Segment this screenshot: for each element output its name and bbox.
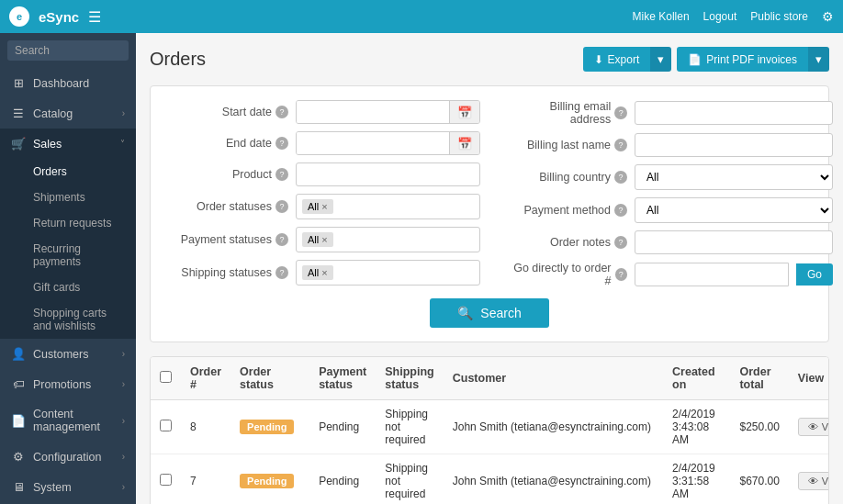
sidebar-label-dashboard: Dashboard: [33, 77, 89, 90]
top-nav-right: Mike Kollen Logout Public store ⚙: [633, 9, 834, 24]
return-requests-label: Return requests: [33, 217, 111, 230]
col-payment-status: Payment status: [309, 357, 376, 400]
sidebar-item-content[interactable]: 📄 Content management ›: [0, 399, 136, 442]
billing-last-name-input[interactable]: [635, 133, 833, 157]
view-button[interactable]: 👁 View: [798, 418, 829, 436]
start-date-input[interactable]: [297, 101, 449, 123]
end-date-help-icon: ?: [275, 137, 288, 150]
row-order-status: Pending: [230, 454, 309, 505]
start-date-label: Start date ?: [169, 106, 288, 118]
order-status-badge: Pending: [240, 474, 294, 488]
end-date-row: End date ? 📅: [169, 131, 480, 155]
payment-statuses-tag-remove[interactable]: ×: [321, 234, 327, 245]
public-store-link[interactable]: Public store: [750, 10, 808, 23]
row-order-total: $670.00: [730, 454, 788, 505]
shipping-statuses-tag-remove[interactable]: ×: [321, 267, 327, 278]
export-dropdown-button[interactable]: ▾: [650, 47, 671, 72]
payment-statuses-tag: All ×: [302, 232, 333, 247]
sidebar-item-recurring-payments[interactable]: Recurring payments: [0, 236, 136, 274]
order-statuses-help-icon: ?: [275, 200, 288, 213]
billing-country-select[interactable]: All: [635, 164, 833, 190]
col-checkbox: [151, 357, 181, 400]
sidebar-item-configuration[interactable]: ⚙ Configuration ›: [0, 442, 136, 472]
print-button[interactable]: 📄 Print PDF invoices: [677, 47, 808, 72]
sidebar-label-catalog: Catalog: [33, 107, 73, 120]
payment-method-select[interactable]: All: [635, 197, 833, 223]
view-button[interactable]: 👁 View: [798, 472, 829, 490]
sidebar-item-customers[interactable]: 👤 Customers ›: [0, 339, 136, 369]
row-checkbox[interactable]: [160, 474, 172, 486]
shipping-statuses-input[interactable]: All ×: [296, 260, 480, 286]
sidebar-label-promotions: Promotions: [33, 378, 91, 391]
search-button[interactable]: 🔍 Search: [430, 298, 548, 328]
billing-country-help-icon: ?: [614, 171, 627, 184]
select-all-checkbox[interactable]: [160, 371, 172, 383]
logout-link[interactable]: Logout: [703, 10, 737, 23]
billing-email-row: Billing email address ?: [508, 100, 833, 126]
end-date-calendar-button[interactable]: 📅: [449, 132, 479, 154]
sidebar-item-system[interactable]: 🖥 System ›: [0, 472, 136, 502]
payment-method-help-icon: ?: [614, 204, 627, 217]
go-directly-input[interactable]: [635, 263, 789, 286]
billing-last-name-row: Billing last name ?: [508, 133, 833, 157]
col-order-total: Order total: [730, 357, 788, 400]
start-date-help-icon: ?: [275, 106, 288, 118]
settings-icon[interactable]: ⚙: [822, 9, 834, 24]
print-dropdown-button[interactable]: ▾: [808, 47, 829, 72]
shipments-label: Shipments: [33, 191, 85, 204]
sidebar-item-dashboard[interactable]: ⊞ Dashboard: [0, 68, 136, 98]
sidebar-label-customers: Customers: [33, 348, 88, 361]
order-notes-input[interactable]: [635, 230, 833, 254]
sidebar-item-return-requests[interactable]: Return requests: [0, 210, 136, 236]
sidebar-item-gift-cards[interactable]: Gift cards: [0, 274, 136, 300]
app-logo-icon: e: [9, 6, 29, 27]
sidebar-label-content: Content management: [33, 408, 122, 433]
top-nav-left: e eSync ☰: [9, 6, 101, 27]
go-directly-help-icon: ?: [615, 268, 628, 281]
payment-statuses-input[interactable]: All ×: [296, 227, 480, 252]
export-button[interactable]: ⬇ Export: [583, 47, 651, 72]
product-input[interactable]: [296, 162, 480, 186]
sidebar-item-promotions[interactable]: 🏷 Promotions ›: [0, 369, 136, 399]
sidebar-item-catalog[interactable]: ☰ Catalog ›: [0, 98, 136, 129]
go-button[interactable]: Go: [796, 263, 833, 286]
sidebar-item-orders[interactable]: Orders: [0, 159, 136, 185]
order-notes-row: Order notes ?: [508, 230, 833, 254]
row-checkbox-cell: [151, 454, 181, 505]
order-statuses-input[interactable]: All ×: [296, 194, 480, 219]
filter-right: Billing email address ? Billing last nam…: [508, 100, 833, 287]
customers-icon: 👤: [11, 347, 26, 361]
order-statuses-tag-remove[interactable]: ×: [321, 201, 327, 212]
row-payment-status: Pending: [309, 454, 376, 505]
row-created-on: 2/4/2019 3:43:08 AM: [663, 400, 730, 454]
payment-statuses-row: Payment statuses ? All ×: [169, 227, 480, 252]
content-icon: 📄: [11, 414, 26, 428]
sidebar-search-input[interactable]: [7, 40, 129, 61]
shipping-statuses-label: Shipping statuses ?: [169, 266, 288, 279]
product-help-icon: ?: [275, 168, 288, 181]
page-title: Orders: [150, 49, 206, 70]
start-date-calendar-button[interactable]: 📅: [449, 101, 479, 123]
sidebar-item-shipments[interactable]: Shipments: [0, 185, 136, 210]
sidebar-item-sales[interactable]: 🛒 Sales ˅: [0, 129, 136, 159]
row-order-id: 8: [181, 400, 230, 454]
chevron-icon: ›: [122, 108, 125, 118]
billing-email-input[interactable]: [635, 101, 833, 125]
configuration-icon: ⚙: [11, 450, 26, 464]
end-date-input[interactable]: [297, 132, 449, 154]
orders-table: Order # Order status Payment status Ship…: [150, 356, 829, 504]
row-customer: John Smith (tetiana@esynctraining.com): [444, 400, 663, 454]
sidebar-item-shopping-carts[interactable]: Shopping carts and wishlists: [0, 300, 136, 339]
end-date-label: End date ?: [169, 137, 288, 150]
orders-data-table: Order # Order status Payment status Ship…: [151, 357, 829, 504]
hamburger-icon[interactable]: ☰: [88, 8, 101, 26]
export-label: Export: [608, 53, 640, 66]
chevron-icon-system: ›: [122, 482, 125, 492]
system-icon: 🖥: [11, 480, 26, 494]
row-checkbox[interactable]: [160, 420, 172, 431]
export-button-group: ⬇ Export ▾: [583, 47, 672, 72]
user-name: Mike Kollen: [633, 10, 690, 23]
order-statuses-tag: All ×: [302, 199, 333, 214]
payment-statuses-label: Payment statuses ?: [169, 233, 288, 246]
eye-icon: 👁: [808, 476, 818, 487]
